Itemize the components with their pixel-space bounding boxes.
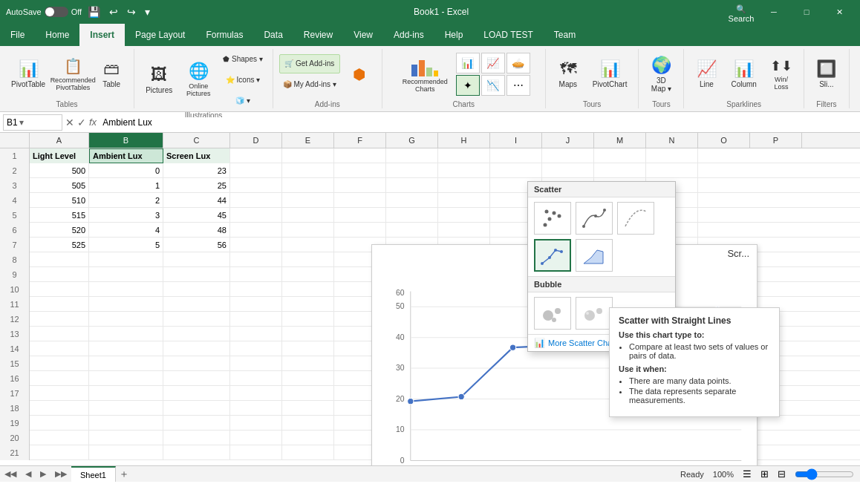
scatter-curve-button[interactable]	[617, 202, 654, 235]
cell-m1[interactable]	[594, 148, 646, 163]
tab-insert[interactable]: Insert	[79, 24, 125, 46]
cell-c2[interactable]: 23	[163, 163, 230, 178]
cell-e7[interactable]	[282, 238, 334, 252]
maximize-button[interactable]: □	[792, 4, 821, 19]
cell-f6[interactable]	[334, 223, 386, 238]
cell-j2[interactable]	[542, 163, 594, 178]
customize-button[interactable]: ▾	[142, 4, 153, 19]
tab-help[interactable]: Help	[434, 24, 474, 46]
name-box[interactable]: B1 ▾	[3, 114, 62, 131]
cell-c4[interactable]: 44	[163, 193, 230, 208]
cell-i1[interactable]	[490, 148, 542, 163]
col-header-a[interactable]: A	[30, 133, 89, 148]
cell-d5[interactable]	[230, 208, 282, 223]
col-header-m[interactable]: M	[594, 133, 646, 148]
view-layout-btn[interactable]: ⊞	[760, 468, 769, 480]
cell-a3[interactable]: 505	[30, 178, 89, 193]
cell-c6[interactable]: 48	[163, 223, 230, 238]
cell-g3[interactable]	[386, 178, 438, 193]
cell-b7[interactable]: 5	[89, 238, 163, 252]
cell-f4[interactable]	[334, 193, 386, 208]
cell-b3[interactable]: 1	[89, 178, 163, 193]
cell-rest-5[interactable]	[438, 208, 490, 223]
col-header-h[interactable]: H	[438, 133, 490, 148]
cell-i2[interactable]	[490, 163, 542, 178]
tab-formulas[interactable]: Formulas	[195, 24, 253, 46]
cell-d7[interactable]	[230, 238, 282, 252]
zoom-slider[interactable]	[795, 468, 854, 480]
pictures-button[interactable]: 🖼 Pictures	[140, 57, 177, 102]
tab-file[interactable]: File	[0, 24, 35, 46]
cell-a2[interactable]: 500	[30, 163, 89, 178]
line-sparkline-button[interactable]: 📈 Line	[690, 52, 723, 96]
cell-a4[interactable]: 510	[30, 193, 89, 208]
scatter-dots-button[interactable]	[534, 202, 571, 235]
col-header-g[interactable]: G	[386, 133, 438, 148]
col-header-o[interactable]: O	[698, 133, 750, 148]
tab-home[interactable]: Home	[35, 24, 79, 46]
cell-g6[interactable]	[386, 223, 438, 238]
cancel-icon[interactable]: ✕	[65, 117, 74, 128]
cell-g4[interactable]	[386, 193, 438, 208]
cell-rest-4[interactable]	[438, 193, 490, 208]
slicer-button[interactable]: 🔲 Sli...	[810, 52, 843, 96]
icons-button[interactable]: ⭐ Icons ▾	[219, 70, 266, 89]
undo-button[interactable]: ↩	[106, 4, 121, 19]
cell-b5[interactable]: 3	[89, 208, 163, 223]
column-sparkline-button[interactable]: 📊 Column	[726, 52, 761, 96]
redo-button[interactable]: ↪	[124, 4, 139, 19]
tab-view[interactable]: View	[343, 24, 383, 46]
scatter-smooth-button[interactable]	[576, 202, 613, 235]
cell-g2[interactable]	[386, 163, 438, 178]
more-charts-btn[interactable]: ⋯	[506, 75, 530, 96]
cell-d6[interactable]	[230, 223, 282, 238]
scatter-chart-btn[interactable]: ✦	[456, 75, 480, 96]
col-header-b[interactable]: B	[89, 133, 163, 148]
col-header-d[interactable]: D	[230, 133, 282, 148]
recommended-pivottables-button[interactable]: 📋 RecommendedPivotTables	[53, 52, 92, 96]
cell-d1[interactable]	[230, 148, 282, 163]
winloss-button[interactable]: ⬆⬇ Win/Loss	[765, 52, 798, 96]
cell-g5[interactable]	[386, 208, 438, 223]
cell-c7[interactable]: 56	[163, 238, 230, 252]
cell-e5[interactable]	[282, 208, 334, 223]
sheet-nav-prev[interactable]: ◀	[21, 469, 36, 479]
recommended-charts-button[interactable]: RecommendedCharts	[397, 52, 453, 96]
cell-d2[interactable]	[230, 163, 282, 178]
cell-c1[interactable]: Screen Lux	[163, 148, 230, 163]
bubble-3d-button[interactable]	[576, 297, 613, 330]
cell-f3[interactable]	[334, 178, 386, 193]
col-header-p[interactable]: P	[750, 133, 802, 148]
save-button[interactable]: 💾	[85, 4, 103, 19]
cell-n2[interactable]	[646, 163, 698, 178]
cell-d4[interactable]	[230, 193, 282, 208]
maps-button[interactable]: 🗺 Maps	[552, 52, 584, 96]
pivotchart-button[interactable]: 📊 PivotChart	[587, 52, 633, 96]
col-header-i[interactable]: I	[490, 133, 542, 148]
cell-m2[interactable]	[594, 163, 646, 178]
tab-team[interactable]: Team	[544, 24, 586, 46]
3dmodels-button[interactable]: 🧊 ▾	[219, 91, 266, 110]
cell-h3[interactable]	[438, 178, 490, 193]
cell-h1[interactable]	[438, 148, 490, 163]
tab-pagelayout[interactable]: Page Layout	[125, 24, 195, 46]
cell-c3[interactable]: 25	[163, 178, 230, 193]
view-pagebreak-btn[interactable]: ⊟	[778, 468, 786, 480]
cell-a6[interactable]: 520	[30, 223, 89, 238]
cell-g1[interactable]	[386, 148, 438, 163]
cell-n1[interactable]	[646, 148, 698, 163]
col-header-f[interactable]: F	[334, 133, 386, 148]
cell-e6[interactable]	[282, 223, 334, 238]
cell-j1[interactable]	[542, 148, 594, 163]
online-pictures-button[interactable]: 🌐 OnlinePictures	[180, 57, 216, 102]
col-header-n[interactable]: N	[646, 133, 698, 148]
pie-chart-btn[interactable]: 🥧	[506, 53, 530, 73]
bubble-basic-button[interactable]	[534, 297, 571, 330]
office-store-button[interactable]: ⬢	[343, 52, 376, 96]
cell-f5[interactable]	[334, 208, 386, 223]
table-button[interactable]: 🗃 Table	[95, 52, 128, 96]
cell-h2[interactable]	[438, 163, 490, 178]
view-normal-btn[interactable]: ☰	[743, 468, 752, 480]
formula-input[interactable]	[100, 117, 857, 128]
autosave-toggle-switch[interactable]	[45, 7, 68, 17]
